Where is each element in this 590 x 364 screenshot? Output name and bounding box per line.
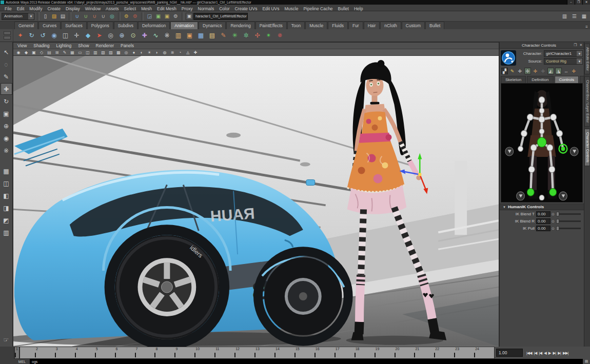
lasso-select-tool[interactable]: ◌ xyxy=(1,58,12,70)
restore-button[interactable]: ❒ xyxy=(575,0,582,5)
selection-mask-icon[interactable]: ▣ xyxy=(186,13,193,20)
xray-icon[interactable]: ◔ xyxy=(176,50,184,55)
shelf-tab[interactable]: General xyxy=(14,22,38,29)
attribute-slider[interactable] xyxy=(556,228,581,229)
play-backwards-button[interactable]: ◀ xyxy=(543,351,547,355)
rigid-bind-icon[interactable]: ✵ xyxy=(274,30,285,41)
smooth-shade-icon[interactable]: ● xyxy=(130,50,137,55)
minimize-button[interactable]: – xyxy=(567,0,575,5)
character-controls-tab[interactable]: Controls xyxy=(555,76,579,83)
close-panel-button[interactable]: ✕ xyxy=(578,43,584,47)
character-rig-figure[interactable] xyxy=(501,83,583,203)
constraint-aim-icon[interactable]: ➤ xyxy=(94,30,105,41)
ipr-render-icon[interactable]: ▣ xyxy=(163,12,171,21)
grid-toggle-icon[interactable]: ▦ xyxy=(69,50,76,55)
frame-tick[interactable]: 23 xyxy=(454,347,474,358)
layout-persp-top[interactable]: ▥ xyxy=(1,227,12,238)
film-gate-icon[interactable]: ▭ xyxy=(76,50,84,55)
menu-item[interactable]: Pipeline Cache xyxy=(301,6,335,11)
pin-mode-icon[interactable]: ◮ xyxy=(555,68,562,74)
snap-to-grid-icon[interactable]: ∪ xyxy=(73,12,82,21)
sidebar-vertical-tab[interactable]: Channel Box / Layer Editor xyxy=(584,76,590,127)
menu-item[interactable]: File xyxy=(2,6,14,11)
go-to-start-button[interactable]: |◀◀ xyxy=(525,351,533,355)
menu-item[interactable]: Mesh xyxy=(139,6,154,11)
full-body-icon[interactable]: ✛ xyxy=(571,68,577,74)
shelf-tab[interactable]: Fur xyxy=(348,22,363,29)
snap-to-point-icon[interactable]: ∪ xyxy=(90,12,99,21)
layout-persp-outliner[interactable]: ◧ xyxy=(1,190,12,201)
animation-snapshot-icon[interactable]: ※ xyxy=(162,30,172,41)
menu-item[interactable]: Select xyxy=(122,6,139,11)
frame-tick[interactable]: 6 xyxy=(115,347,135,358)
keyable-state-icon[interactable]: ⊙ xyxy=(550,227,556,231)
open-scene-icon[interactable]: ▨ xyxy=(50,12,58,21)
select-tool[interactable]: ↖ xyxy=(1,46,12,58)
new-scene-icon[interactable]: ▯ xyxy=(41,12,50,21)
move-tool[interactable]: ✚ xyxy=(1,83,12,95)
constraint-scale-icon[interactable]: ⊙ xyxy=(128,30,139,41)
frame-tick[interactable]: 21 xyxy=(414,347,434,358)
current-frame-field[interactable]: 1.00 xyxy=(496,349,523,357)
frame-tick[interactable]: 22 xyxy=(434,347,454,358)
shelf-arrow-button[interactable] xyxy=(4,36,11,39)
smooth-bind-icon[interactable]: ✴ xyxy=(263,30,274,41)
select-camera-icon[interactable]: ◉ xyxy=(15,50,22,55)
menu-item[interactable]: Assets xyxy=(103,6,122,11)
menu-item[interactable]: Create UVs xyxy=(232,6,260,11)
attribute-value-field[interactable]: 0.00 xyxy=(536,226,550,231)
blend-shape-icon[interactable]: ✎ xyxy=(218,30,229,41)
mirror-mode-icon[interactable]: ↔ xyxy=(563,68,569,74)
frame-tick[interactable]: 17 xyxy=(335,347,355,358)
menu-item[interactable]: Create xyxy=(45,6,63,11)
panel-menu-item[interactable]: Panels xyxy=(121,43,134,48)
layout-four-pane[interactable]: ◫ xyxy=(1,177,12,189)
menu-item[interactable]: Modify xyxy=(27,6,45,11)
ik-fk-blend-icon[interactable]: ◭ xyxy=(547,68,554,74)
shelf-tab[interactable]: Fluids xyxy=(328,22,348,29)
panel-menu-item[interactable]: Lighting xyxy=(56,43,71,48)
attribute-value-field[interactable]: 0.00 xyxy=(536,218,550,224)
frame-tick[interactable]: 8 xyxy=(154,347,174,358)
image-plane-icon[interactable]: ▤ xyxy=(46,50,53,55)
grease-pencil-icon[interactable]: ✎ xyxy=(61,50,68,55)
ik-spline-icon[interactable]: ↺ xyxy=(37,30,48,41)
toggle-modeling-toolkit-icon[interactable]: ▥ xyxy=(560,12,569,21)
source-dropdown[interactable]: Control Rig ▼ xyxy=(544,58,583,65)
shadows-icon[interactable]: ◗ xyxy=(153,50,161,55)
textured-icon[interactable]: ◐ xyxy=(138,50,145,55)
perspective-viewport[interactable]: ViewShadingLightingShowRendererPanels ◉◆… xyxy=(13,42,499,347)
create-clip-icon[interactable]: ▥ xyxy=(173,30,184,41)
constraint-parent-icon[interactable]: ⊕ xyxy=(116,30,127,41)
slider-handle[interactable] xyxy=(556,219,559,224)
frame-tick[interactable]: 16 xyxy=(314,347,335,358)
mirror-joint-icon[interactable]: ◫ xyxy=(60,30,71,41)
snap-to-curve-icon[interactable]: ∪ xyxy=(82,12,90,21)
step-forward-frame-button[interactable]: ▶| xyxy=(557,351,562,355)
frame-tick[interactable]: 14 xyxy=(274,347,294,358)
float-panel-button[interactable]: ❐ xyxy=(573,43,578,47)
save-scene-icon[interactable]: ▤ xyxy=(58,12,67,21)
menu-item[interactable]: Edit Mesh xyxy=(154,6,179,11)
skeleton-view-icon[interactable]: ✛ xyxy=(524,68,531,74)
character-controls-tab[interactable]: Skeleton xyxy=(501,76,526,83)
panel-menu-item[interactable]: Show xyxy=(78,43,89,48)
paint-select-tool[interactable]: ✎ xyxy=(1,71,12,83)
dope-sheet-icon[interactable]: ▤ xyxy=(207,30,218,41)
cluster-icon[interactable]: ✲ xyxy=(241,30,251,41)
menu-item[interactable]: Muscle xyxy=(282,6,301,11)
joint-tool-icon[interactable]: ◉ xyxy=(49,30,60,41)
lattice-icon[interactable]: ✳ xyxy=(229,30,240,41)
qwerty-hand-icon[interactable]: ☞ xyxy=(1,334,12,346)
sidebar-vertical-tab[interactable]: Character Controls xyxy=(584,129,590,166)
panel-menu-item[interactable]: Renderer xyxy=(96,43,114,48)
motion-trail-icon[interactable]: ∿ xyxy=(150,30,161,41)
frame-tick[interactable]: 9 xyxy=(174,347,194,358)
frame-tick[interactable]: 10 xyxy=(194,347,214,358)
shelf-tab[interactable]: Curves xyxy=(38,22,61,29)
frame-tick[interactable]: 7 xyxy=(135,347,155,358)
shelf-tab[interactable]: Muscle xyxy=(305,22,327,29)
plugin-shapes-icon[interactable]: ✚ xyxy=(192,50,199,55)
shelf-tab[interactable]: Subdivs xyxy=(114,22,137,29)
frame-tick[interactable]: 5 xyxy=(95,347,115,358)
